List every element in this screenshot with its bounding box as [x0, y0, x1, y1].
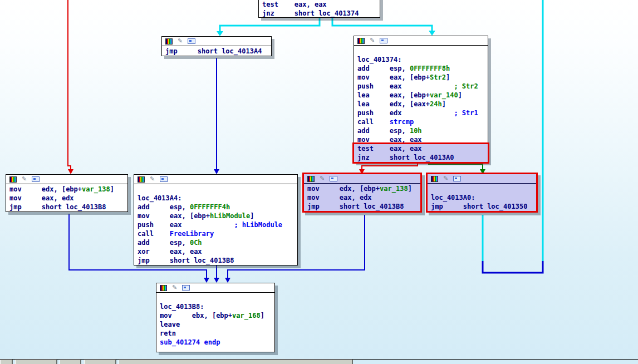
- window-tab-stub[interactable]: [60, 360, 81, 364]
- block-loc-4013B8[interactable]: ✎loc_4013B8:mov ebx, [ebp+var_168]leaver…: [156, 283, 275, 352]
- node-titlebar[interactable]: ✎: [156, 283, 274, 293]
- node-frame-icon[interactable]: [380, 38, 387, 43]
- asm-row[interactable]: call strcmp: [354, 117, 488, 126]
- node-edit-pen-icon[interactable]: ✎: [320, 176, 325, 181]
- asm-row[interactable]: push eax ; hLibModule: [134, 220, 297, 229]
- asm-row[interactable]: test eax, eax: [259, 0, 380, 9]
- block-mov-var138-left[interactable]: ✎mov edx, [ebp+var_138]mov eax, edxjmp s…: [6, 174, 128, 212]
- asm-row[interactable]: jmp short loc_4013A4: [162, 47, 271, 56]
- asm-token: ]: [408, 185, 412, 193]
- window-tab-stub[interactable]: [119, 360, 353, 364]
- window-tab-stub[interactable]: [0, 360, 13, 364]
- asm-row[interactable]: add esp, 0FFFFFFF8h: [354, 64, 488, 73]
- asm-token: mov edx, [ebp+: [9, 185, 82, 193]
- node-titlebar[interactable]: ✎: [6, 175, 127, 184]
- asm-token: FreeLibrary: [170, 230, 214, 238]
- edge-cyan-top-to-jmp-block-arrowhead: [217, 31, 223, 36]
- asm-row[interactable]: [156, 293, 274, 302]
- asm-row[interactable]: call FreeLibrary: [134, 229, 297, 238]
- node-frame-icon[interactable]: [160, 176, 168, 182]
- asm-row[interactable]: jmp short loc_4013B8: [6, 203, 127, 211]
- asm-row[interactable]: mov edx, [ebp+var_138]: [6, 185, 127, 194]
- node-edit-pen-icon[interactable]: ✎: [150, 176, 155, 181]
- graph-view-canvas[interactable]: ✎test eax, eaxjnz short loc_401374✎jmp s…: [0, 0, 638, 364]
- asm-row[interactable]: xor eax, eax: [134, 247, 297, 256]
- asm-token: var_168: [232, 312, 261, 319]
- asm-token: lea eax, [ebp+: [357, 91, 430, 99]
- node-color-palette-icon[interactable]: [9, 176, 17, 183]
- asm-row[interactable]: mov eax, [ebp+Str2]: [354, 73, 488, 82]
- asm-token: push eax: [357, 82, 454, 90]
- node-color-palette-icon[interactable]: [160, 285, 167, 291]
- asm-row[interactable]: loc_4013A4:: [134, 194, 297, 203]
- node-frame-icon[interactable]: [182, 285, 190, 291]
- node-color-palette-icon[interactable]: [138, 176, 145, 183]
- node-frame-icon[interactable]: [32, 176, 40, 182]
- block-loc-401374[interactable]: ✎loc_401374:add esp, 0FFFFFFF8hmov eax, …: [354, 36, 488, 163]
- asm-token: loc_401374:: [357, 56, 401, 63]
- asm-row[interactable]: loc_4013B8:: [156, 302, 274, 311]
- asm-row[interactable]: retn: [156, 329, 274, 338]
- asm-row[interactable]: push edx ; Str1: [354, 109, 488, 117]
- asm-token: push edx: [357, 109, 454, 117]
- asm-row[interactable]: leave: [156, 320, 274, 329]
- asm-row[interactable]: mov eax, [ebp+hLibModule]: [134, 211, 297, 220]
- node-frame-icon[interactable]: [188, 38, 195, 44]
- node-color-palette-icon[interactable]: [307, 176, 315, 182]
- node-frame-icon[interactable]: [453, 176, 461, 181]
- node-titlebar[interactable]: ✎: [428, 174, 536, 184]
- asm-row[interactable]: mov ebx, [ebp+var_168]: [156, 311, 274, 320]
- asm-row[interactable]: jmp short loc_4013B8: [134, 256, 297, 265]
- node-titlebar[interactable]: ✎: [162, 37, 271, 46]
- asm-token: jmp short loc_4013B8: [307, 203, 404, 210]
- asm-row[interactable]: lea edx, [eax+24h]: [354, 100, 488, 109]
- asm-row[interactable]: [428, 184, 536, 193]
- asm-row[interactable]: loc_4013A0:: [428, 193, 536, 202]
- highlighted-instruction-band[interactable]: test eax, eaxjnz short loc_4013A0: [354, 144, 488, 162]
- edge-red-loc401374-false: [362, 161, 418, 169]
- node-edit-pen-icon[interactable]: ✎: [22, 176, 27, 181]
- asm-row[interactable]: test eax, eax: [354, 144, 488, 153]
- asm-token: ]: [110, 185, 114, 193]
- asm-row[interactable]: mov eax, edx: [304, 193, 420, 202]
- asm-row[interactable]: [134, 185, 297, 194]
- asm-row[interactable]: loc_401374:: [354, 55, 488, 64]
- node-edit-pen-icon[interactable]: ✎: [443, 176, 448, 181]
- asm-row[interactable]: mov edx, [ebp+var_138]: [304, 184, 420, 193]
- asm-row[interactable]: sub_401274 endp: [156, 338, 274, 347]
- node-frame-icon[interactable]: [330, 176, 337, 181]
- block-loc-4013A4[interactable]: ✎loc_4013A4:add esp, 0FFFFFFF4hmov eax, …: [134, 174, 298, 265]
- asm-token: call: [357, 118, 390, 126]
- asm-row[interactable]: add esp, 0FFFFFFF4h: [134, 203, 297, 211]
- asm-token: loc_4013A4:: [138, 194, 181, 202]
- window-tab-stub[interactable]: [15, 360, 57, 364]
- block-jmp-4013A4[interactable]: ✎jmp short loc_4013A4: [161, 36, 272, 56]
- node-titlebar[interactable]: ✎: [354, 36, 488, 46]
- asm-row[interactable]: mov eax, edx: [6, 194, 127, 203]
- asm-row[interactable]: [354, 46, 488, 55]
- node-edit-pen-icon[interactable]: ✎: [172, 285, 177, 290]
- asm-row[interactable]: jnz short loc_4013A0: [354, 153, 488, 162]
- asm-row[interactable]: jmp short loc_401350: [428, 202, 536, 211]
- node-edit-pen-icon[interactable]: ✎: [370, 38, 375, 43]
- asm-row[interactable]: push eax ; Str2: [354, 82, 488, 91]
- window-tab-stub[interactable]: [84, 360, 116, 364]
- asm-token: jnz short loc_4013A0: [357, 154, 454, 161]
- node-titlebar[interactable]: ✎: [304, 174, 420, 184]
- asm-row[interactable]: jmp short loc_4013B8: [304, 202, 420, 211]
- asm-token: add esp,: [357, 65, 410, 72]
- asm-row[interactable]: lea eax, [ebp+var_140]: [354, 91, 488, 100]
- asm-row[interactable]: add esp, 10h: [354, 126, 488, 135]
- block-loc-4013A0-selected[interactable]: ✎loc_4013A0:jmp short loc_401350: [426, 173, 538, 213]
- asm-row[interactable]: add esp, 0Ch: [134, 238, 297, 247]
- block-test-jnz-401374[interactable]: ✎test eax, eaxjnz short loc_401374: [258, 0, 380, 18]
- node-color-palette-icon[interactable]: [357, 38, 365, 44]
- node-edit-pen-icon[interactable]: ✎: [178, 38, 183, 43]
- node-color-palette-icon[interactable]: [431, 176, 438, 182]
- asm-row[interactable]: jnz short loc_401374: [259, 9, 380, 18]
- node-titlebar[interactable]: ✎: [134, 175, 297, 184]
- asm-token: var_138: [82, 185, 110, 193]
- block-mov-var138-selected[interactable]: ✎mov edx, [ebp+var_138]mov eax, edxjmp s…: [302, 173, 422, 213]
- node-color-palette-icon[interactable]: [165, 38, 173, 45]
- asm-row[interactable]: mov eax, eax: [354, 135, 488, 144]
